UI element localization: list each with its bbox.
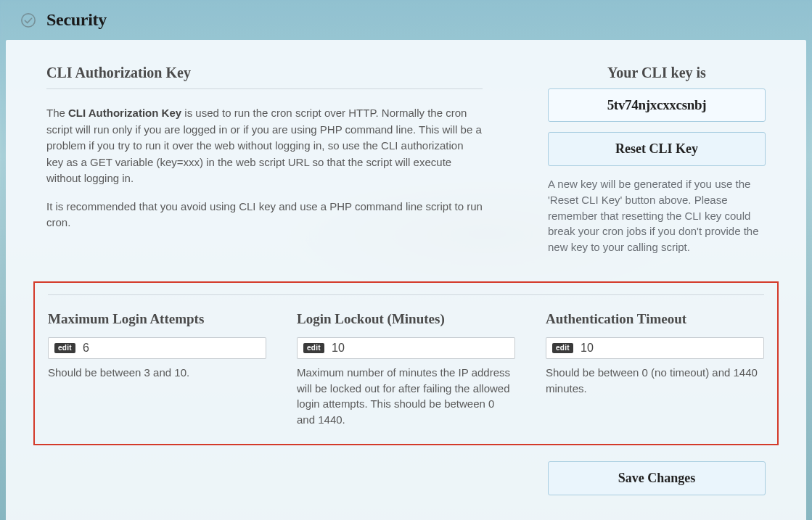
cli-description-para2: It is recommended that you avoid using C… [46,199,483,231]
login-lockout-heading: Login Lockout (Minutes) [297,311,515,327]
your-cli-key-heading: Your CLI key is [548,65,766,81]
settings-highlight-box: Maximum Login Attempts edit Should be be… [33,281,779,445]
login-lockout-hint: Maximum number of minutes the IP address… [297,365,515,428]
max-login-heading: Maximum Login Attempts [48,311,266,327]
auth-timeout-input[interactable] [581,342,758,355]
edit-badge-icon: edit [552,343,573,353]
auth-timeout-hint: Should be between 0 (no timeout) and 144… [546,365,764,397]
text-fragment: The [46,107,68,119]
divider [46,88,483,89]
login-lockout-input-wrap[interactable]: edit [297,337,515,359]
security-panel: CLI Authorization Key The CLI Authorizat… [6,40,806,520]
cli-auth-key-strong: CLI Authorization Key [68,107,181,119]
login-lockout-input[interactable] [332,342,509,355]
max-login-input[interactable] [83,342,260,355]
auth-timeout-input-wrap[interactable]: edit [546,337,764,359]
max-login-input-wrap[interactable]: edit [48,337,266,359]
cli-top-row: CLI Authorization Key The CLI Authorizat… [46,65,766,255]
page-header: Security [0,0,812,40]
edit-badge-icon: edit [303,343,324,353]
cli-description-para1: The CLI Authorization Key is used to run… [46,105,483,187]
login-lockout-setting: Login Lockout (Minutes) edit Maximum num… [297,311,515,428]
check-circle-icon [20,12,36,28]
auth-timeout-heading: Authentication Timeout [546,311,764,327]
cli-key-value: 5tv74njxcxxcsnbj [548,88,766,122]
auth-timeout-setting: Authentication Timeout edit Should be be… [546,311,764,428]
cli-key-reset-note: A new key will be generated if you use t… [548,176,766,255]
max-login-attempts-setting: Maximum Login Attempts edit Should be be… [48,311,266,428]
reset-cli-key-button[interactable]: Reset CLI Key [548,132,766,166]
settings-row: Maximum Login Attempts edit Should be be… [48,311,764,428]
cli-key-column: Your CLI key is 5tv74njxcxxcsnbj Reset C… [548,65,766,255]
svg-point-0 [22,13,35,26]
divider [48,294,764,295]
page-title: Security [46,10,107,30]
save-row: Save Changes [46,461,766,495]
max-login-hint: Should be between 3 and 10. [48,365,266,381]
cli-description-column: CLI Authorization Key The CLI Authorizat… [46,65,483,255]
save-changes-button[interactable]: Save Changes [548,461,766,495]
edit-badge-icon: edit [54,343,75,353]
cli-auth-heading: CLI Authorization Key [46,65,483,81]
